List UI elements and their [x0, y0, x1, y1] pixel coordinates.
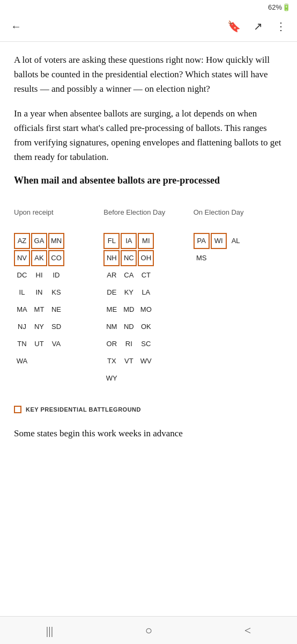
state-grid-on-election-day: PA WI AL MS: [194, 233, 283, 266]
state-WA: WA: [14, 353, 30, 369]
state-FL: FL: [103, 233, 120, 249]
menu-nav-button[interactable]: |||: [46, 624, 53, 638]
bottom-section: Some states begin this work weeks in adv…: [0, 424, 297, 451]
bookmark-button[interactable]: 🔖: [225, 18, 243, 35]
state-HI: HI: [31, 267, 47, 283]
state-TN: TN: [14, 336, 30, 352]
state-UT: UT: [31, 336, 47, 352]
state-KS: KS: [48, 284, 64, 301]
state-VA: VA: [48, 336, 64, 352]
col-header-before-election-day: Before Election Day: [103, 208, 193, 228]
chart-section: Upon receipt AZ GA MN NV AK CO DC HI ID: [0, 208, 297, 397]
state-PA: PA: [194, 233, 210, 249]
legend: KEY PRESIDENTIAL BATTLEGROUND: [0, 397, 297, 424]
state-row: DE KY LA: [103, 284, 193, 301]
state-OH: OH: [138, 250, 154, 266]
state-row: TN UT VA: [14, 336, 103, 352]
state-IL: IL: [14, 284, 30, 301]
col-header-on-election-day: On Election Day: [194, 208, 283, 228]
paragraph-2: In a year when absentee ballots are surg…: [14, 106, 283, 165]
state-ND: ND: [121, 319, 137, 335]
state-MS: MS: [194, 250, 210, 266]
back-nav-button[interactable]: <: [244, 624, 251, 638]
state-RI: RI: [121, 336, 137, 352]
state-row: ME MD MO: [103, 302, 193, 318]
state-NJ: NJ: [14, 319, 30, 335]
battery-icon: 🔋: [282, 3, 291, 11]
state-NM: NM: [103, 319, 120, 335]
state-KY: KY: [121, 284, 137, 301]
col-before-election-day: Before Election Day FL IA MI NH NC OH AR…: [103, 208, 193, 386]
state-ME: ME: [103, 302, 120, 318]
battery-status: 62%: [268, 3, 282, 11]
state-grid-upon-receipt: AZ GA MN NV AK CO DC HI ID IL IN KS: [14, 233, 103, 369]
state-OK: OK: [138, 319, 154, 335]
section-heading: When mail and absentee ballots are pre-p…: [14, 174, 283, 187]
state-grid-before-election-day: FL IA MI NH NC OH AR CA CT DE KY LA: [103, 233, 193, 386]
state-row: AR CA CT: [103, 267, 193, 283]
state-MN: MN: [48, 233, 64, 249]
home-nav-button[interactable]: ○: [145, 624, 152, 638]
bottom-paragraph: Some states begin this work weeks in adv…: [14, 426, 283, 441]
state-row: WY: [103, 370, 193, 386]
legend-label: KEY PRESIDENTIAL BATTLEGROUND: [26, 406, 141, 413]
state-WI: WI: [211, 233, 227, 249]
state-AZ: AZ: [14, 233, 30, 249]
col-header-upon-receipt: Upon receipt: [14, 208, 103, 228]
state-LA: LA: [138, 284, 154, 301]
back-button[interactable]: ←: [9, 18, 24, 35]
status-bar: 62% 🔋: [0, 0, 297, 13]
state-row: NM ND OK: [103, 319, 193, 335]
chart-columns: Upon receipt AZ GA MN NV AK CO DC HI ID: [14, 208, 283, 386]
col-on-election-day: On Election Day PA WI AL MS: [194, 208, 283, 266]
state-MO: MO: [138, 302, 154, 318]
state-row: DC HI ID: [14, 267, 103, 283]
state-MD: MD: [121, 302, 137, 318]
state-SC: SC: [138, 336, 154, 352]
col-upon-receipt: Upon receipt AZ GA MN NV AK CO DC HI ID: [14, 208, 103, 369]
state-SD: SD: [48, 319, 64, 335]
state-row: MS: [194, 250, 283, 266]
state-AL: AL: [228, 233, 244, 249]
state-IA: IA: [121, 233, 137, 249]
state-TX: TX: [103, 353, 120, 369]
share-button[interactable]: ↗: [251, 18, 265, 35]
state-ID: ID: [48, 267, 64, 283]
state-row: NJ NY SD: [14, 319, 103, 335]
state-row: NV AK CO: [14, 250, 103, 266]
state-MA: MA: [14, 302, 30, 318]
state-WY: WY: [103, 370, 120, 386]
state-row: AZ GA MN: [14, 233, 103, 249]
more-button[interactable]: ⋮: [273, 18, 288, 35]
state-CA: CA: [121, 267, 137, 283]
state-row: FL IA MI: [103, 233, 193, 249]
legend-box-icon: [14, 406, 21, 413]
paragraph-1: A lot of voters are asking these questio…: [14, 53, 283, 97]
state-row: NH NC OH: [103, 250, 193, 266]
state-MT: MT: [31, 302, 47, 318]
state-DE: DE: [103, 284, 120, 301]
state-row: WA: [14, 353, 103, 369]
bottom-nav-bar: ||| ○ <: [0, 616, 297, 644]
state-NV: NV: [14, 250, 30, 266]
state-WV: WV: [138, 353, 154, 369]
article-content: A lot of voters are asking these questio…: [0, 42, 297, 208]
state-NH: NH: [103, 250, 120, 266]
state-NE: NE: [48, 302, 64, 318]
state-AK: AK: [31, 250, 47, 266]
state-NY: NY: [31, 319, 47, 335]
state-MI: MI: [138, 233, 154, 249]
state-row: OR RI SC: [103, 336, 193, 352]
state-AR: AR: [103, 267, 120, 283]
state-row: TX VT WV: [103, 353, 193, 369]
state-row: MA MT NE: [14, 302, 103, 318]
nav-bar: ← 🔖 ↗ ⋮: [0, 13, 297, 42]
state-NC: NC: [121, 250, 137, 266]
nav-actions: 🔖 ↗ ⋮: [225, 18, 288, 35]
state-row: PA WI AL: [194, 233, 283, 249]
state-DC: DC: [14, 267, 30, 283]
state-OR: OR: [103, 336, 120, 352]
state-GA: GA: [31, 233, 47, 249]
state-IN: IN: [31, 284, 47, 301]
state-CT: CT: [138, 267, 154, 283]
